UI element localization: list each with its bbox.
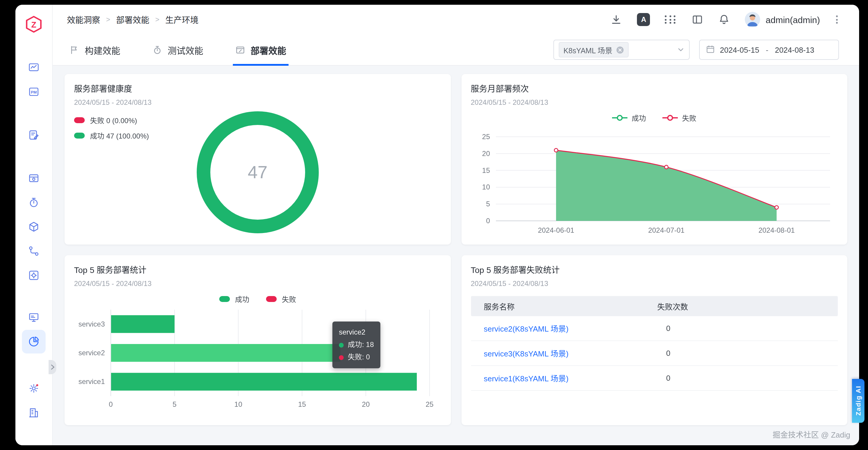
tab-label: 构建效能 — [85, 43, 120, 56]
svg-text:0: 0 — [109, 400, 113, 408]
chevron-down-icon — [677, 46, 684, 53]
svg-text:5: 5 — [173, 400, 177, 408]
card-title: 服务月部署频次 — [471, 82, 838, 94]
svg-text:2024-08-01: 2024-08-01 — [758, 226, 795, 234]
breadcrumb-separator: > — [155, 15, 159, 24]
column-service-name: 服务名称 — [471, 300, 654, 312]
legend-item-fail[interactable]: 失败 — [663, 112, 696, 123]
calendar-icon — [706, 45, 715, 55]
success-swatch — [219, 296, 229, 302]
success-dot-icon — [339, 343, 344, 347]
test-tab-icon — [152, 45, 162, 55]
fail-swatch — [266, 296, 277, 302]
legend-label: 失败 0 (0.00%) — [90, 115, 137, 125]
monthly-frequency-chart[interactable]: 05101520252024-06-012024-07-012024-08-01 — [471, 127, 835, 237]
chevron-right-icon — [50, 362, 55, 373]
card-top5-deploys: Top 5 服务部署统计 2024/05/15 - 2024/08/13 成功 … — [65, 255, 451, 425]
svg-text:service3: service3 — [79, 320, 105, 328]
app-window: Z PM — [16, 5, 859, 445]
service-link[interactable]: service3(K8sYAML 场景) — [471, 348, 654, 359]
tab-test-efficiency[interactable]: 测试效能 — [150, 34, 206, 65]
svg-text:20: 20 — [482, 150, 490, 158]
legend-label: 成功 — [631, 112, 646, 123]
notifications-bell-icon[interactable] — [718, 13, 730, 26]
health-donut-chart[interactable]: 47 — [197, 111, 319, 233]
language-translate-icon[interactable]: A — [637, 13, 650, 26]
date-start: 2024-05-15 — [720, 45, 759, 54]
sidebar-collapse-handle[interactable] — [49, 360, 56, 374]
pie-chart-icon — [28, 336, 40, 348]
legend-item-success[interactable]: 成功 — [612, 112, 646, 123]
svg-text:0: 0 — [486, 217, 490, 225]
sidebar-item-settings[interactable] — [22, 377, 45, 400]
build-server-icon — [28, 172, 40, 184]
sidebar-item-artifact[interactable] — [22, 215, 45, 238]
donut-ring: 47 — [197, 111, 319, 233]
pm-label: PM — [31, 90, 37, 94]
table-row: service1(K8sYAML 场景) 0 — [471, 366, 838, 391]
line-chart-legend: 成功 失败 — [471, 112, 838, 123]
chart-monitor-icon — [28, 62, 40, 73]
card-monthly-frequency: 服务月部署频次 2024/05/15 - 2024/08/13 成功 失败 05… — [461, 74, 847, 245]
date-separator: - — [766, 45, 769, 54]
sidebar-item-host[interactable] — [22, 306, 45, 329]
download-icon[interactable] — [611, 13, 622, 26]
date-range-picker[interactable]: 2024-05-15 - 2024-08-13 — [699, 40, 839, 60]
donut-center-value: 47 — [248, 162, 268, 182]
chart-tooltip: service2 成功: 18 失败: 0 — [332, 322, 380, 368]
service-link[interactable]: service1(K8sYAML 场景) — [471, 373, 654, 384]
card-title: 服务部署健康度 — [74, 82, 441, 94]
user-menu[interactable]: admin(admin) — [745, 12, 820, 27]
zadig-ai-tab[interactable]: Zadig AI — [852, 379, 864, 423]
tooltip-value: 成功: 18 — [348, 339, 374, 351]
more-menu-icon[interactable] — [835, 15, 839, 24]
svg-text:service1: service1 — [79, 378, 105, 385]
breadcrumb: 效能洞察 > 部署效能 > 生产环境 — [67, 13, 198, 26]
sidebar-item-pipeline[interactable] — [22, 239, 45, 263]
breadcrumb-item-env[interactable]: 生产环境 — [165, 13, 198, 26]
top5-bar-chart[interactable]: 0510152025service3service2service1 — [74, 307, 438, 412]
layout-columns-icon[interactable] — [692, 13, 704, 26]
breadcrumb-item-deploy[interactable]: 部署效能 — [116, 13, 149, 26]
topbar: 效能洞察 > 部署效能 > 生产环境 A — [53, 5, 859, 34]
sidebar-item-project[interactable]: PM — [22, 80, 45, 104]
scenario-tag: K8sYAML 场景 — [559, 42, 628, 58]
legend-item-success[interactable]: 成功 — [219, 294, 249, 304]
pm-project-icon: PM — [28, 86, 40, 98]
main-area: 效能洞察 > 部署效能 > 生产环境 A — [53, 5, 859, 445]
legend-item-fail[interactable]: 失败 — [266, 294, 296, 304]
user-name: admin(admin) — [766, 14, 820, 25]
bar-chart-legend: 成功 失败 — [74, 294, 441, 304]
scenario-tag-label: K8sYAML 场景 — [563, 44, 612, 55]
sidebar-item-organization[interactable] — [22, 401, 45, 424]
tab-build-efficiency[interactable]: 构建效能 — [67, 34, 123, 65]
service-link[interactable]: service2(K8sYAML 场景) — [471, 323, 654, 334]
card-title: Top 5 服务部署失败统计 — [471, 263, 838, 275]
user-avatar — [745, 12, 761, 27]
sidebar-item-data-insight[interactable] — [22, 330, 45, 353]
sidebar-item-build[interactable] — [22, 166, 45, 190]
tooltip-value: 失败: 0 — [348, 351, 370, 363]
scenario-select[interactable]: K8sYAML 场景 — [553, 40, 690, 60]
tab-label: 部署效能 — [251, 43, 286, 56]
fail-count: 0 — [654, 349, 838, 358]
sidebar-item-environment[interactable] — [22, 263, 45, 287]
zadig-logo[interactable]: Z — [25, 15, 43, 33]
table-row: service3(K8sYAML 场景) 0 — [471, 341, 838, 366]
logo-letter: Z — [31, 20, 36, 29]
building-icon — [28, 407, 40, 419]
pipeline-flow-icon — [28, 245, 40, 257]
svg-text:10: 10 — [234, 400, 242, 408]
deploy-tab-icon — [235, 45, 245, 55]
breadcrumb-item-insight[interactable]: 效能洞察 — [67, 13, 100, 26]
tab-deploy-efficiency[interactable]: 部署效能 — [233, 34, 288, 65]
tag-remove-icon[interactable] — [616, 46, 624, 54]
sidebar-item-test[interactable] — [22, 191, 45, 214]
dashboard-grid: 服务部署健康度 2024/05/15 - 2024/08/13 失败 0 (0.… — [53, 66, 859, 445]
sidebar-item-release-plan[interactable] — [22, 123, 45, 147]
apps-grid-icon[interactable] — [665, 15, 677, 24]
sidebar-item-insight-monitor[interactable] — [22, 56, 45, 79]
card-subtitle: 2024/05/15 - 2024/08/13 — [471, 98, 838, 106]
fail-dot-icon — [339, 355, 344, 360]
svg-text:15: 15 — [298, 400, 306, 408]
